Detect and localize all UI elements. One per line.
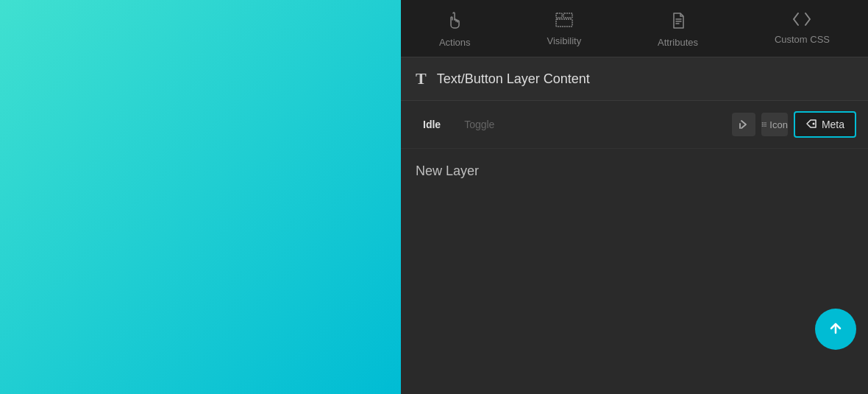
svg-point-10 [762, 124, 763, 124]
meta-button[interactable]: Meta [794, 111, 856, 138]
layer-content: New Layer [401, 149, 868, 194]
tab-attributes[interactable]: Attributes [643, 7, 713, 57]
grid-button[interactable]: Icon [761, 113, 788, 136]
content-wrapper: Idle Toggle [401, 101, 868, 394]
attributes-icon [671, 12, 686, 32]
state-tab-toggle[interactable]: Toggle [454, 114, 505, 135]
section-header: T Text/Button Layer Content [401, 57, 868, 101]
svg-point-13 [762, 126, 763, 127]
icon-label: Icon [769, 119, 788, 130]
attributes-label: Attributes [658, 37, 698, 48]
svg-point-8 [764, 122, 764, 123]
svg-rect-0 [556, 13, 562, 18]
state-tabs-row: Idle Toggle [401, 101, 868, 149]
svg-point-7 [762, 122, 763, 123]
state-tab-idle[interactable]: Idle [413, 114, 451, 135]
custom-css-icon [792, 12, 811, 29]
actions-label: Actions [439, 37, 471, 48]
custom-css-label: Custom CSS [775, 34, 830, 45]
upload-button[interactable] [815, 309, 856, 350]
svg-point-11 [764, 124, 764, 124]
tab-bar: Actions Visibility [401, 0, 868, 57]
svg-point-15 [765, 126, 766, 127]
meta-tag-icon [805, 119, 817, 131]
svg-rect-1 [563, 13, 572, 18]
meta-label: Meta [822, 119, 844, 130]
visibility-label: Visibility [547, 35, 581, 46]
tab-actions[interactable]: Actions [424, 7, 485, 57]
svg-point-16 [812, 122, 814, 124]
svg-point-14 [764, 126, 764, 127]
svg-rect-2 [556, 19, 572, 27]
actions-icon [447, 12, 463, 32]
right-panel: Actions Visibility [401, 0, 868, 394]
upload-arrow-icon [826, 318, 845, 340]
visibility-icon [555, 12, 574, 31]
svg-point-9 [765, 122, 766, 123]
link-button[interactable] [732, 113, 755, 136]
tab-custom-css[interactable]: Custom CSS [760, 7, 844, 57]
tab-visibility[interactable]: Visibility [532, 7, 596, 57]
layer-name: New Layer [416, 163, 479, 178]
canvas-area [0, 0, 401, 394]
svg-point-12 [765, 124, 766, 124]
text-type-icon: T [416, 69, 427, 88]
section-title: Text/Button Layer Content [437, 71, 590, 87]
